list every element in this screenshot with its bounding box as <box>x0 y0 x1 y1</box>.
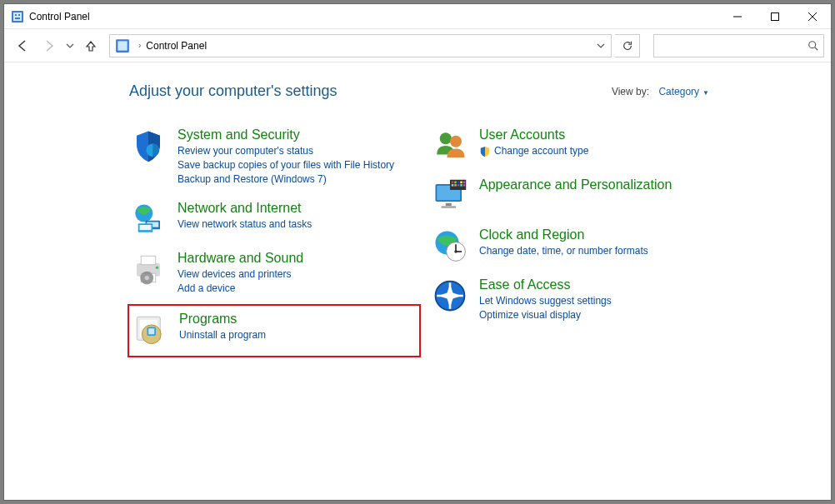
svg-rect-35 <box>446 203 452 207</box>
back-button[interactable] <box>11 34 34 57</box>
svg-rect-3 <box>18 14 20 16</box>
category-network: Network and Internet View network status… <box>128 195 421 243</box>
window: Control Panel › Control Panel <box>3 3 832 501</box>
svg-rect-36 <box>442 206 457 208</box>
close-button[interactable] <box>793 4 831 28</box>
programs-icon[interactable] <box>132 312 168 347</box>
svg-point-31 <box>440 132 452 144</box>
column-left: System and Security Review your computer… <box>128 122 421 359</box>
svg-rect-38 <box>452 182 454 184</box>
control-panel-breadcrumb-icon <box>115 38 130 53</box>
uac-shield-icon <box>479 146 491 157</box>
svg-rect-40 <box>458 182 460 184</box>
ease-of-access-icon[interactable] <box>432 278 468 313</box>
svg-rect-39 <box>454 182 457 184</box>
printer-icon[interactable] <box>131 252 166 287</box>
category-link-text: Change account type <box>494 144 588 158</box>
svg-rect-42 <box>463 182 466 184</box>
search-box[interactable] <box>653 34 824 57</box>
category-title[interactable]: Ease of Access <box>479 277 612 293</box>
category-title[interactable]: Hardware and Sound <box>178 250 303 267</box>
address-history-dropdown[interactable] <box>591 35 611 57</box>
category-appearance: Appearance and Personalization <box>429 172 722 220</box>
category-link[interactable]: Change account type <box>479 144 588 158</box>
monitor-appearance-icon[interactable] <box>432 178 468 213</box>
svg-rect-46 <box>460 184 462 187</box>
clock-globe-icon[interactable] <box>432 228 468 263</box>
content-header: Adjust your computer's settings View by:… <box>34 82 801 100</box>
svg-point-32 <box>450 136 462 147</box>
breadcrumb-separator-icon: › <box>138 41 141 50</box>
category-title[interactable]: Network and Internet <box>178 200 312 217</box>
content-area: Adjust your computer's settings View by:… <box>4 62 831 500</box>
category-system-security: System and Security Review your computer… <box>128 122 421 193</box>
breadcrumb-item[interactable]: Control Panel <box>144 40 208 52</box>
svg-rect-41 <box>460 182 462 184</box>
svg-point-24 <box>145 276 149 280</box>
address-bar[interactable]: › Control Panel <box>109 34 612 57</box>
category-ease-of-access: Ease of Access Let Windows suggest setti… <box>429 272 722 329</box>
category-title[interactable]: Clock and Region <box>479 227 648 243</box>
category-title[interactable]: Appearance and Personalization <box>479 177 672 193</box>
category-link[interactable]: Review your computer's status <box>178 144 394 158</box>
globe-network-icon[interactable] <box>131 202 166 237</box>
category-link[interactable]: Backup and Restore (Windows 7) <box>178 172 394 187</box>
category-link[interactable]: Optimize visual display <box>479 308 612 322</box>
category-user-accounts: User Accounts Change account type <box>429 122 722 170</box>
view-by-dropdown[interactable]: Category▼ <box>658 86 709 97</box>
titlebar: Control Panel <box>4 4 831 29</box>
svg-rect-1 <box>13 12 22 21</box>
up-button[interactable] <box>79 34 102 57</box>
category-hardware: Hardware and Sound View devices and prin… <box>128 245 421 302</box>
svg-rect-45 <box>458 184 460 187</box>
svg-point-52 <box>454 250 458 253</box>
page-heading: Adjust your computer's settings <box>129 82 338 100</box>
category-programs: Programs Uninstall a program <box>128 304 421 357</box>
category-link[interactable]: View devices and printers <box>178 267 303 282</box>
svg-rect-2 <box>15 14 17 16</box>
nav-toolbar: › Control Panel <box>4 29 831 62</box>
user-accounts-icon[interactable] <box>432 128 468 163</box>
svg-line-12 <box>815 47 818 50</box>
window-title: Control Panel <box>29 11 90 22</box>
category-link[interactable]: Uninstall a program <box>179 328 266 342</box>
category-link[interactable]: Add a device <box>178 282 303 296</box>
category-link[interactable]: View network status and tasks <box>178 217 312 232</box>
column-right: User Accounts Change account type <box>429 122 722 359</box>
maximize-button[interactable] <box>756 4 793 28</box>
svg-rect-47 <box>463 184 466 187</box>
category-link[interactable]: Change date, time, or number formats <box>479 244 648 258</box>
search-icon[interactable] <box>803 40 823 52</box>
refresh-button[interactable] <box>615 34 640 57</box>
category-link[interactable]: Save backup copies of your files with Fi… <box>178 158 394 172</box>
chevron-down-icon: ▼ <box>702 89 709 97</box>
category-title[interactable]: Programs <box>179 311 266 327</box>
search-input[interactable] <box>654 36 803 56</box>
svg-rect-44 <box>454 184 457 187</box>
forward-button[interactable] <box>38 34 61 57</box>
svg-rect-30 <box>148 328 154 334</box>
svg-rect-43 <box>452 184 454 187</box>
view-by-value: Category <box>658 86 699 97</box>
svg-rect-18 <box>140 225 152 230</box>
minimize-button[interactable] <box>718 4 756 28</box>
svg-rect-6 <box>771 12 778 20</box>
svg-rect-4 <box>15 17 20 19</box>
category-title[interactable]: User Accounts <box>479 127 588 143</box>
shield-icon[interactable] <box>131 128 166 163</box>
svg-point-11 <box>809 41 816 47</box>
svg-rect-10 <box>118 41 127 50</box>
control-panel-icon <box>11 10 24 23</box>
view-by: View by: Category▼ <box>612 86 709 97</box>
category-clock-region: Clock and Region Change date, time, or n… <box>429 222 722 270</box>
category-columns: System and Security Review your computer… <box>34 122 801 359</box>
category-link[interactable]: Let Windows suggest settings <box>479 294 612 308</box>
view-by-label: View by: <box>612 86 649 97</box>
category-title[interactable]: System and Security <box>178 127 394 143</box>
recent-locations-dropdown[interactable] <box>64 34 76 57</box>
svg-rect-20 <box>141 256 156 265</box>
svg-point-22 <box>156 267 159 270</box>
